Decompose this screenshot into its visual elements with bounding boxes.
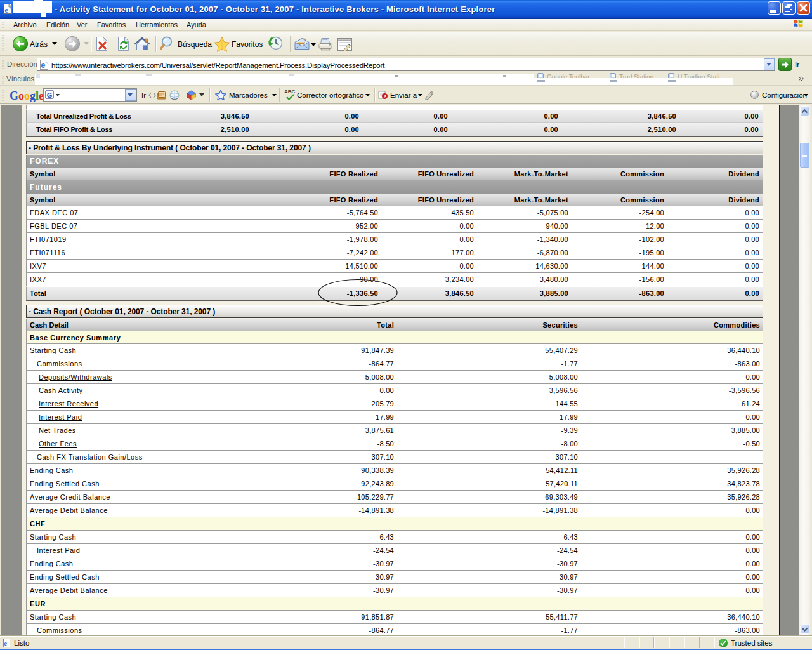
svg-text:e: e [4,5,8,15]
svg-text:e: e [41,60,45,70]
svg-text:e: e [4,640,7,647]
